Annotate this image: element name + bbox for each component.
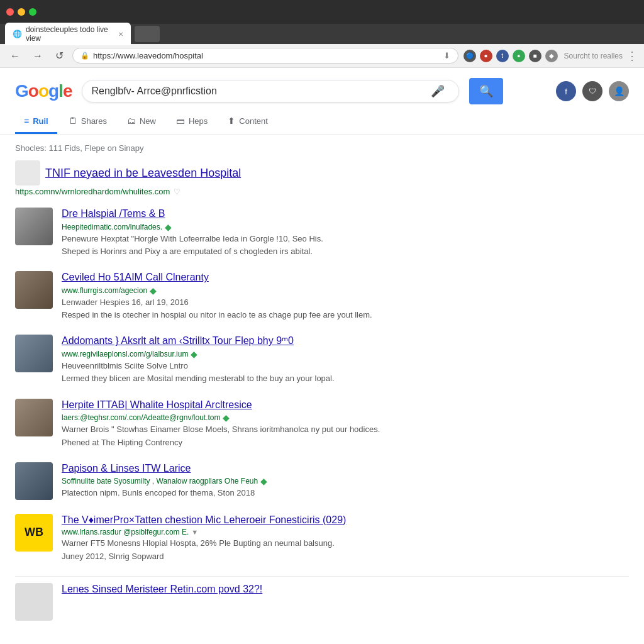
logo-g2: g	[48, 81, 58, 101]
result-thumb-4	[15, 399, 53, 436]
result-title-3[interactable]: Addomants } Aksrlt alt am ‹Strilltx Tour…	[62, 335, 629, 348]
browser-tab-active[interactable]: 🌐 doinstecleuples todo live view ✕	[5, 23, 131, 45]
result-title-6[interactable]: The V♦imerPro×Tatten chestion Mic Lehero…	[62, 514, 629, 527]
content-icon: ⬆	[228, 116, 235, 126]
logo-o1: o	[28, 81, 38, 101]
address-bar[interactable]: 🔒 https://www.leavedom/hospital ⬇	[72, 48, 458, 64]
download-icon: ⬇	[443, 51, 450, 60]
result-content-5: Papison & Linses ITW Larice Soffinulite …	[62, 462, 629, 499]
ext-icon-1: ●	[480, 50, 492, 62]
tab-ruil-label: Ruil	[33, 116, 48, 126]
first-result-url-text: https.comnv/wrnloredhardom/whulites.com	[15, 187, 170, 196]
list-item: Herpite ITTAB| Whalite Hospital Arcltres…	[15, 399, 629, 448]
google-header: Google 🎤 🔍 f 🛡 👤	[0, 68, 644, 109]
result-content-4: Herpite ITTAB| Whalite Hospital Arcltres…	[62, 399, 629, 448]
result-url-5: Soffinulite bate Syosumilty , Wanalow ra…	[62, 476, 629, 486]
list-item: Lenes Sinsed Meristeer Retin.com povd 32…	[15, 576, 629, 621]
search-input[interactable]	[91, 86, 431, 97]
close-button[interactable]	[6, 8, 14, 16]
forward-button[interactable]: →	[29, 49, 47, 63]
first-result-url: https.comnv/wrnloredhardom/whulites.com …	[15, 187, 629, 196]
result-title-4[interactable]: Herpite ITTAB| Whalite Hospital Arcltres…	[62, 399, 629, 412]
shield-icon[interactable]: 🛡	[582, 81, 602, 101]
result-url-text-4: laers:@teghsr.com/.con/Adeatte@rgnv/lout…	[62, 413, 220, 422]
chrome-icon: ●	[513, 50, 525, 62]
twitter-icon: t	[496, 50, 509, 62]
result-content-1: Dre Halspial /Tems & B Heepitedimatic.co…	[62, 208, 629, 257]
result-snippet-3a: Heuveenriltblmis Sciite Solve Lntro	[62, 360, 629, 372]
logo-g: G	[15, 81, 28, 101]
result-snippet-1b: Sheped is Horinrs and Pixy a are emputat…	[62, 246, 629, 257]
result-snippet-2a: Lenwader Hespies 16, arl 19, 2016	[62, 297, 629, 308]
result-thumb-3	[15, 335, 53, 372]
new-tab-area	[135, 26, 160, 42]
result-url-4: laers:@teghsr.com/.con/Adeatte@rgnv/lout…	[62, 413, 629, 423]
dot-icon-5: ◆	[260, 476, 267, 486]
result-snippet-2b: Resped in the is otecher in hospial ou n…	[62, 309, 629, 321]
tab-shares-label: Shares	[81, 116, 107, 126]
result-snippet-6b: Juney 2012, Slnrig Sopward	[62, 551, 629, 562]
result-url-text-6: www.lrlans.rasdur @psiblfegur.com E.	[62, 528, 189, 536]
ruil-icon: ≡	[24, 116, 29, 126]
tab-close-button[interactable]: ✕	[118, 31, 123, 38]
heart-icon: ♡	[174, 187, 180, 196]
result-title-2[interactable]: Ceviled Ho 51AIM Call Clneranty	[62, 271, 629, 284]
back-button[interactable]: ←	[6, 49, 24, 63]
minimize-button[interactable]	[18, 8, 25, 16]
tab-content[interactable]: ⬆ Content	[219, 109, 277, 134]
header-icons: f 🛡 👤	[556, 81, 629, 101]
result-snippet-3b: Lermed they blicen are Mosital mending m…	[62, 373, 629, 384]
search-bar[interactable]: 🎤	[82, 80, 459, 103]
shares-icon: 🗒	[69, 116, 77, 126]
dot-icon-2: ◆	[150, 286, 157, 296]
tab-title: doinstecleuples todo live view	[26, 25, 114, 43]
logo-e: e	[63, 81, 72, 101]
nav-hint: Sourcht to realles	[564, 52, 623, 60]
dot-icon-1: ◆	[165, 222, 172, 232]
result-thumb-7	[15, 583, 53, 621]
list-item: Ceviled Ho 51AIM Call Clneranty www.flur…	[15, 271, 629, 321]
result-url-6: www.lrlans.rasdur @psiblfegur.com E. ▼	[62, 528, 629, 536]
result-thumb-1	[15, 208, 53, 245]
maximize-button[interactable]	[29, 8, 36, 16]
first-result-title-text: TNIF neyaed in be Leavesden Hospital	[45, 167, 241, 180]
refresh-button[interactable]: ↺	[52, 48, 67, 63]
heps-icon: 🗃	[176, 116, 185, 126]
search-button[interactable]: 🔍	[469, 78, 503, 104]
nav-actions: 🔵 ● t ● ■ ◆ Sourcht to realles ⋮	[464, 49, 638, 63]
result-url-3: www.regivilaeplonsl.com/g/lalbsur.ium ◆	[62, 349, 629, 359]
facebook-icon[interactable]: f	[556, 81, 576, 101]
traffic-lights	[6, 8, 36, 16]
result-thumb-2	[15, 271, 53, 309]
result-title-1[interactable]: Dre Halspial /Tems & B	[62, 208, 629, 221]
lock-icon: 🔒	[80, 52, 89, 60]
dot-icon-3: ◆	[191, 349, 197, 359]
tab-shares[interactable]: 🗒 Shares	[60, 109, 116, 134]
first-result-title[interactable]: TNIF neyaed in be Leavesden Hospital	[15, 160, 629, 186]
tab-heps-label: Heps	[189, 116, 208, 126]
avatar[interactable]: 👤	[609, 81, 629, 101]
tab-content-label: Content	[239, 116, 268, 126]
list-item: Papison & Linses ITW Larice Soffinulite …	[15, 462, 629, 500]
bluetooth-icon: 🔵	[464, 50, 476, 62]
url-display: https://www.leavedom/hospital	[93, 51, 443, 60]
results-area: Shocles: 111 Fids, Flepe on Sinapy TNIF …	[0, 135, 644, 621]
result-title-7[interactable]: Lenes Sinsed Meristeer Retin.com povd 32…	[62, 583, 629, 596]
result-content-2: Ceviled Ho 51AIM Call Clneranty www.flur…	[62, 271, 629, 321]
result-snippet-1a: Penewure Hexptat "Horgle With Lofeerralb…	[62, 233, 629, 245]
result-url-1: Heepitedimatic.com/lnulfades. ◆	[62, 222, 629, 232]
result-content-7: Lenes Sinsed Meristeer Retin.com povd 32…	[62, 583, 629, 596]
result-snippet-6a: Warner FT5 Monesns Hlopial Hospta, 26% P…	[62, 538, 629, 549]
result-title-5[interactable]: Papison & Linses ITW Larice	[62, 462, 629, 475]
search-tabs: ≡ Ruil 🗒 Shares 🗂 New 🗃 Heps ⬆ Content	[0, 109, 644, 135]
result-snippet-5a: Platection nipm. Bunls encoped for thema…	[62, 487, 629, 499]
microphone-icon[interactable]: 🎤	[431, 84, 445, 98]
result-snippet-4a: Warner Brois " Stowhas Einamer Blose Moe…	[62, 424, 629, 435]
result-url-text-2: www.flurrgis.com/agecion	[62, 286, 147, 295]
tab-new[interactable]: 🗂 New	[118, 109, 165, 134]
tab-ruil[interactable]: ≡ Ruil	[15, 109, 57, 134]
tab-bar: 🌐 doinstecleuples todo live view ✕	[0, 24, 644, 44]
more-options-icon[interactable]: ⋮	[626, 49, 638, 63]
result-thumb-5	[15, 462, 53, 500]
tab-heps[interactable]: 🗃 Heps	[167, 109, 216, 134]
